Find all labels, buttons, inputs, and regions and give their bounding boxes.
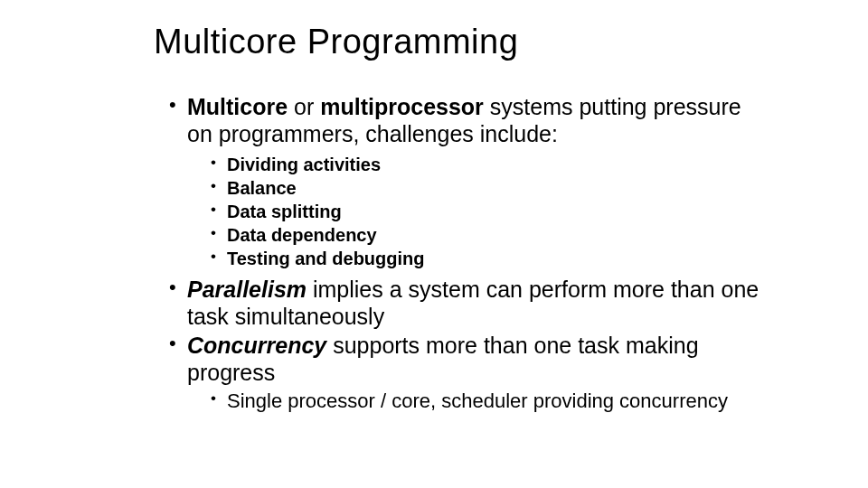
slide-title: Multicore Programming xyxy=(154,23,814,61)
bullet-1-bold-1: Multicore xyxy=(187,94,288,119)
bullet-3-sub: Single processor / core, scheduler provi… xyxy=(209,389,764,415)
bullet-1: Multicore or multiprocessor systems putt… xyxy=(167,93,764,270)
bullet-1-mid: or xyxy=(288,94,320,119)
sub-bullet-1: Dividing activities xyxy=(209,153,764,176)
sub-bullet-list: Dividing activities Balance Data splitti… xyxy=(209,153,764,270)
bullet-2-em: Parallelism xyxy=(187,277,307,302)
sub-bullet-5: Testing and debugging xyxy=(209,247,764,270)
sub-bullet-3: Data splitting xyxy=(209,200,764,223)
sub-bullet-2: Balance xyxy=(209,176,764,200)
bullet-2: Parallelism implies a system can perform… xyxy=(167,276,764,330)
slide: Multicore Programming Multicore or multi… xyxy=(0,0,868,488)
bullet-3: Concurrency supports more than one task … xyxy=(167,332,764,415)
bullet-1-bold-2: multiprocessor xyxy=(320,94,484,119)
bullet-3-em: Concurrency xyxy=(187,333,326,358)
sub-bullet-4: Data dependency xyxy=(209,223,764,247)
bullet-list: Multicore or multiprocessor systems putt… xyxy=(167,93,764,415)
slide-content: Multicore or multiprocessor systems putt… xyxy=(167,93,764,415)
sub-bullet-list-2: Single processor / core, scheduler provi… xyxy=(209,389,764,415)
